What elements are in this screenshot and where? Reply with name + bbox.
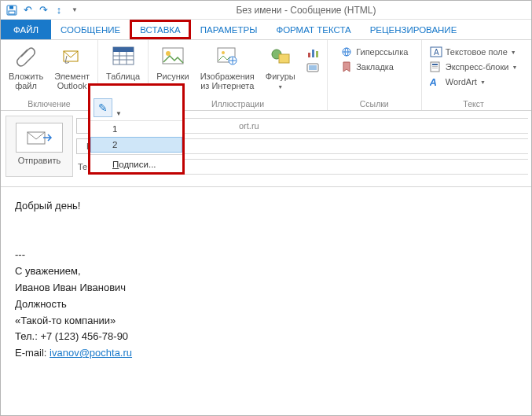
quick-parts-label: Экспресс-блоки bbox=[446, 62, 509, 72]
tab-insert[interactable]: ВСТАВКА bbox=[130, 20, 191, 39]
title-bar: ↶ ↷ ↕ ▼ Без имени - Сообщение (HTML) bbox=[1, 1, 531, 20]
wordart-button[interactable]: A WordArt ▼ bbox=[425, 75, 523, 89]
svg-point-13 bbox=[222, 51, 225, 54]
send-column: Отправить bbox=[6, 116, 73, 177]
body-greeting: Добрый день! bbox=[15, 198, 517, 215]
svg-rect-10 bbox=[163, 48, 183, 64]
signature-split-button[interactable]: ✎▼ bbox=[90, 86, 182, 120]
group-include-title: Включение bbox=[28, 99, 70, 109]
body-line: Иванов Иван Иванович bbox=[15, 280, 517, 296]
tab-file[interactable]: ФАЙЛ bbox=[1, 20, 51, 39]
chart-icon bbox=[306, 46, 319, 59]
svg-rect-21 bbox=[309, 65, 317, 70]
to-field[interactable] bbox=[133, 118, 528, 134]
textbox-button[interactable]: A Текстовое поле ▼ bbox=[425, 45, 523, 59]
qat-dropdown-icon[interactable]: ▼ bbox=[68, 4, 81, 17]
quick-parts-icon bbox=[430, 61, 442, 73]
envelope-send-icon bbox=[26, 129, 53, 146]
attach-file-label: Вложить файл bbox=[9, 72, 43, 90]
hyperlink-icon bbox=[340, 46, 353, 58]
redo-icon[interactable]: ↷ bbox=[37, 4, 50, 17]
tab-review[interactable]: РЕЦЕНЗИРОВАНИЕ bbox=[361, 20, 467, 39]
chevron-down-icon: ▼ bbox=[116, 110, 122, 117]
svg-rect-28 bbox=[432, 64, 438, 65]
ribbon: Вложить файл Элемент Outlook Включение Т… bbox=[1, 40, 531, 111]
window-title: Без имени - Сообщение (HTML) bbox=[81, 5, 531, 16]
body-email-line: E-mail: ivanov@pochta.ru bbox=[15, 345, 517, 362]
bookmark-button[interactable]: Закладка bbox=[336, 60, 413, 74]
svg-rect-16 bbox=[279, 54, 289, 63]
outlook-item-label: Элемент Outlook bbox=[54, 72, 90, 90]
menu-separator bbox=[90, 154, 182, 155]
body-line: «Такой-то компании» bbox=[15, 313, 517, 329]
svg-rect-19 bbox=[316, 51, 318, 57]
wordart-label: WordArt bbox=[446, 77, 477, 87]
bookmark-label: Закладка bbox=[356, 62, 394, 72]
group-include: Вложить файл Элемент Outlook Включение bbox=[1, 40, 98, 110]
message-body[interactable]: Добрый день! --- С уважением, Иванов Ива… bbox=[1, 186, 531, 373]
bookmark-icon bbox=[340, 61, 353, 73]
table-icon bbox=[111, 43, 136, 70]
undo-icon[interactable]: ↶ bbox=[21, 4, 34, 17]
group-illus-title: Иллюстрации bbox=[211, 99, 264, 109]
tab-options[interactable]: ПАРАМЕТРЫ bbox=[191, 20, 267, 39]
group-text-title: Текст bbox=[463, 99, 483, 109]
ribbon-tabs: ФАЙЛ СООБЩЕНИЕ ВСТАВКА ПАРАМЕТРЫ ФОРМАТ … bbox=[1, 20, 531, 40]
hyperlink-button[interactable]: Гиперссылка bbox=[336, 45, 413, 59]
cc-field[interactable] bbox=[133, 138, 528, 154]
screenshot-icon bbox=[306, 61, 319, 74]
wordart-icon: A bbox=[430, 75, 442, 88]
body-line: Тел.: +7 (123) 456-78-90 bbox=[15, 329, 517, 345]
save-icon[interactable] bbox=[6, 4, 18, 17]
pictures-icon bbox=[160, 43, 185, 70]
online-pictures-icon bbox=[215, 43, 240, 70]
touch-mode-icon[interactable]: ↕ bbox=[53, 4, 65, 17]
subject-field[interactable] bbox=[133, 159, 528, 175]
shapes-button[interactable]: Фигуры▼ bbox=[261, 42, 300, 92]
illus-more-button[interactable] bbox=[302, 42, 324, 92]
quick-access-toolbar: ↶ ↷ ↕ ▼ bbox=[1, 4, 81, 17]
compose-header: Отправить Кому... Копия... Тема bbox=[1, 111, 531, 177]
svg-rect-29 bbox=[432, 66, 438, 67]
signature-list: 1 2 Подписи... bbox=[90, 120, 182, 172]
pictures-label: Рисунки bbox=[156, 72, 189, 81]
shapes-label: Фигуры▼ bbox=[266, 72, 295, 90]
body-line: С уважением, bbox=[15, 263, 517, 280]
svg-rect-2 bbox=[9, 11, 15, 14]
tab-message[interactable]: СООБЩЕНИЕ bbox=[51, 20, 130, 39]
signature-dropdown: ✎▼ 1 2 Подписи... bbox=[88, 83, 185, 175]
online-pictures-label: Изображения из Интернета bbox=[200, 72, 255, 90]
svg-rect-17 bbox=[308, 53, 310, 57]
tab-format-text[interactable]: ФОРМАТ ТЕКСТА bbox=[266, 20, 360, 39]
paperclip-icon bbox=[13, 43, 39, 70]
svg-rect-18 bbox=[312, 50, 314, 57]
hyperlink-label: Гиперссылка bbox=[356, 47, 408, 57]
signature-item-2[interactable]: 2 bbox=[90, 137, 182, 153]
group-links: Гиперссылка Закладка Ссылки bbox=[328, 40, 422, 110]
attach-file-button[interactable]: Вложить файл bbox=[4, 42, 48, 92]
email-link[interactable]: ivanov@pochta.ru bbox=[50, 347, 132, 359]
group-links-title: Ссылки bbox=[360, 99, 389, 109]
group-text: A Текстовое поле ▼ Экспресс-блоки ▼ A Wo… bbox=[422, 40, 526, 110]
send-button[interactable] bbox=[16, 123, 63, 153]
body-line: Должность bbox=[15, 296, 517, 313]
textbox-icon: A bbox=[430, 46, 442, 58]
online-pictures-button[interactable]: Изображения из Интернета bbox=[196, 42, 259, 92]
svg-rect-5 bbox=[113, 47, 134, 52]
signature-item-1[interactable]: 1 bbox=[90, 121, 182, 137]
signature-icon: ✎ bbox=[94, 98, 112, 117]
outlook-item-icon bbox=[60, 43, 85, 70]
textbox-label: Текстовое поле bbox=[446, 47, 508, 57]
svg-text:A: A bbox=[434, 48, 439, 57]
quick-parts-button[interactable]: Экспресс-блоки ▼ bbox=[425, 60, 523, 74]
svg-rect-30 bbox=[432, 68, 438, 68]
shapes-icon bbox=[268, 43, 293, 70]
svg-rect-1 bbox=[9, 6, 13, 9]
body-sep: --- bbox=[15, 247, 517, 263]
signatures-command[interactable]: Подписи... bbox=[90, 156, 182, 172]
svg-text:A: A bbox=[430, 76, 438, 87]
send-label: Отправить bbox=[18, 156, 61, 165]
